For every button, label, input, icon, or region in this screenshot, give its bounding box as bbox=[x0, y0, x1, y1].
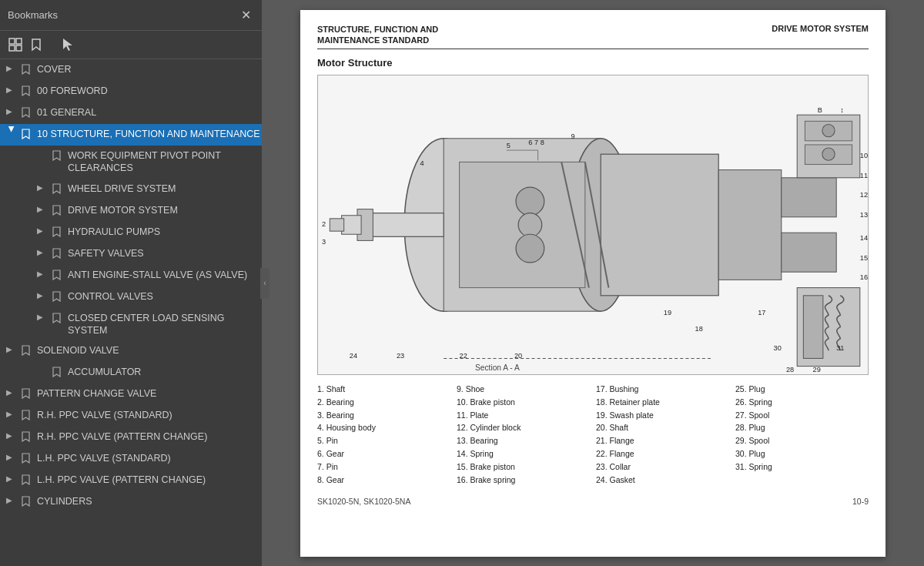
svg-point-19 bbox=[516, 234, 544, 263]
bookmark-label: 00 FOREWORD bbox=[37, 85, 108, 97]
bookmark-item-rh-ppc-pattern[interactable]: ▶R.H. PPC VALVE (PATTERN CHANGE) bbox=[0, 427, 262, 448]
bookmark-label: DRIVE MOTOR SYSTEM bbox=[68, 204, 178, 216]
svg-text:12: 12 bbox=[860, 191, 868, 199]
svg-text:22: 22 bbox=[460, 352, 467, 360]
part-item: 17. Bushing bbox=[596, 383, 729, 396]
collapse-handle[interactable]: ‹ bbox=[260, 268, 270, 299]
part-item: 5. Pin bbox=[317, 434, 450, 447]
page-content: STRUCTURE, FUNCTION AND MAINTENANCE STAN… bbox=[300, 10, 886, 557]
chevron-icon: ▶ bbox=[6, 85, 18, 94]
bookmark-item-wheel-drive[interactable]: ▶WHEEL DRIVE SYSTEM bbox=[0, 179, 262, 200]
parts-column-4: 25. Plug26. Spring27. Spool28. Plug29. S… bbox=[735, 383, 869, 486]
bookmark-item-anti-engine[interactable]: ▶ANTI ENGINE-STALL VALVE (AS VALVE) bbox=[0, 265, 262, 286]
page-header-left: STRUCTURE, FUNCTION AND MAINTENANCE STAN… bbox=[317, 24, 438, 46]
bookmark-item-lh-ppc-pattern[interactable]: ▶L.H. PPC VALVE (PATTERN CHANGE) bbox=[0, 470, 262, 491]
svg-text:28: 28 bbox=[786, 366, 794, 373]
bookmark-label: ACCUMULATOR bbox=[68, 366, 141, 378]
bookmark-item-accumulator[interactable]: ▶ACCUMULATOR bbox=[0, 362, 262, 383]
svg-text:17: 17 bbox=[758, 309, 765, 316]
parts-list: 1. Shaft2. Bearing3. Bearing4. Housing b… bbox=[317, 383, 869, 486]
chevron-icon: ▶ bbox=[6, 452, 18, 461]
svg-rect-28 bbox=[803, 296, 823, 359]
part-item: 11. Plate bbox=[457, 409, 590, 422]
bookmark-item-control[interactable]: ▶CONTROL VALVES bbox=[0, 286, 262, 308]
part-item: 16. Brake spring bbox=[457, 474, 590, 487]
chevron-icon: ▶ bbox=[8, 126, 17, 139]
bookmark-icon bbox=[52, 290, 63, 304]
part-item: 3. Bearing bbox=[317, 409, 450, 422]
svg-text:11: 11 bbox=[860, 172, 868, 179]
bookmark-item-hydraulic[interactable]: ▶HYDRAULIC PUMPS bbox=[0, 222, 262, 243]
part-item: 25. Plug bbox=[735, 383, 869, 396]
part-item: 18. Retainer plate bbox=[596, 396, 729, 409]
bookmark-item-rh-ppc-std[interactable]: ▶R.H. PPC VALVE (STANDARD) bbox=[0, 405, 262, 427]
svg-rect-12 bbox=[330, 219, 343, 231]
bookmark-label: COVER bbox=[37, 63, 71, 75]
chevron-icon: ▶ bbox=[6, 474, 18, 483]
bookmark-item-safety[interactable]: ▶SAFETY VALVES bbox=[0, 243, 262, 265]
bookmark-label: CYLINDERS bbox=[37, 495, 92, 507]
bookmark-item-lh-ppc-std[interactable]: ▶L.H. PPC VALVE (STANDARD) bbox=[0, 448, 262, 470]
bookmark-tool-icon bbox=[29, 38, 43, 52]
page-header-right: DRIVE MOTOR SYSTEM bbox=[772, 24, 869, 33]
svg-text:3: 3 bbox=[322, 239, 326, 246]
chevron-icon: ▶ bbox=[37, 247, 49, 256]
svg-text:31: 31 bbox=[836, 344, 844, 352]
bookmark-item-general[interactable]: ▶01 GENERAL bbox=[0, 102, 262, 124]
bookmark-icon bbox=[22, 106, 32, 120]
chevron-icon: ▶ bbox=[6, 344, 18, 353]
toolbar-row bbox=[0, 31, 262, 59]
part-item: 8. Gear bbox=[317, 474, 450, 487]
bookmark-item-structure[interactable]: ▶10 STRUCTURE, FUNCTION AND MAINTENANCE … bbox=[0, 124, 262, 146]
chevron-icon: ▶ bbox=[37, 312, 49, 321]
expand-all-button[interactable] bbox=[6, 35, 25, 54]
section-title: Motor Structure bbox=[317, 57, 869, 69]
bookmark-item-closed-center[interactable]: ▶CLOSED CENTER LOAD SENSING SYSTEM bbox=[0, 308, 262, 341]
svg-text:18: 18 bbox=[695, 325, 703, 333]
svg-text:5: 5 bbox=[507, 142, 511, 149]
part-item: 14. Spring bbox=[457, 447, 590, 461]
bookmark-item-pattern-change[interactable]: ▶PATTERN CHANGE VALVE bbox=[0, 383, 262, 405]
svg-text:16: 16 bbox=[860, 273, 868, 281]
svg-text:Section A - A: Section A - A bbox=[475, 363, 520, 372]
part-item: 13. Bearing bbox=[457, 434, 590, 447]
bookmark-icon bbox=[22, 387, 32, 401]
svg-text:20: 20 bbox=[514, 352, 522, 360]
bookmark-label: CONTROL VALVES bbox=[68, 290, 153, 303]
bookmark-item-cylinders[interactable]: ▶CYLINDERS bbox=[0, 491, 262, 513]
svg-text:4: 4 bbox=[420, 160, 424, 168]
bookmark-icon bbox=[22, 128, 32, 142]
part-item: 2. Bearing bbox=[317, 396, 450, 409]
svg-text:B: B bbox=[818, 106, 822, 114]
right-panel: STRUCTURE, FUNCTION AND MAINTENANCE STAN… bbox=[262, 0, 924, 566]
part-item: 22. Flange bbox=[596, 447, 729, 461]
svg-rect-3 bbox=[16, 45, 22, 51]
bookmark-icon bbox=[52, 247, 63, 261]
bookmark-icon bbox=[52, 204, 63, 218]
bookmark-item-foreword[interactable]: ▶00 FOREWORD bbox=[0, 81, 262, 102]
part-item: 4. Housing body bbox=[317, 421, 450, 434]
chevron-icon: ▶ bbox=[6, 63, 18, 72]
svg-text:↕: ↕ bbox=[840, 106, 844, 114]
bookmark-icon-button[interactable] bbox=[28, 36, 45, 53]
svg-rect-9 bbox=[365, 213, 444, 237]
bookmark-item-cover[interactable]: ▶COVER bbox=[0, 59, 262, 81]
parts-column-3: 17. Bushing18. Retainer plate19. Swash p… bbox=[596, 383, 729, 486]
chevron-icon: ▶ bbox=[6, 106, 18, 116]
bookmark-label: 10 STRUCTURE, FUNCTION AND MAINTENANCE S… bbox=[37, 128, 262, 140]
bookmark-item-drive-motor[interactable]: ▶DRIVE MOTOR SYSTEM bbox=[0, 200, 262, 222]
svg-rect-14 bbox=[718, 170, 782, 280]
part-item: 27. Spool bbox=[735, 409, 869, 422]
bookmarks-header-left: Bookmarks bbox=[8, 9, 58, 21]
svg-marker-4 bbox=[63, 39, 72, 51]
bookmarks-panel: Bookmarks ✕ ▶COVER▶00 FOREWORD▶01 GENERA… bbox=[0, 0, 262, 566]
chevron-icon: ▶ bbox=[6, 495, 18, 504]
expand-all-icon bbox=[8, 37, 23, 52]
svg-point-17 bbox=[516, 187, 544, 216]
close-button[interactable]: ✕ bbox=[238, 6, 254, 24]
parts-column-1: 1. Shaft2. Bearing3. Bearing4. Housing b… bbox=[317, 383, 450, 486]
svg-text:24: 24 bbox=[350, 352, 357, 360]
bookmark-item-solenoid[interactable]: ▶SOLENOID VALVE bbox=[0, 340, 262, 362]
bookmark-icon bbox=[22, 85, 32, 99]
bookmark-item-work-equip[interactable]: ▶WORK EQUIPMENT PIVOT POINT CLEARANCES bbox=[0, 146, 262, 179]
